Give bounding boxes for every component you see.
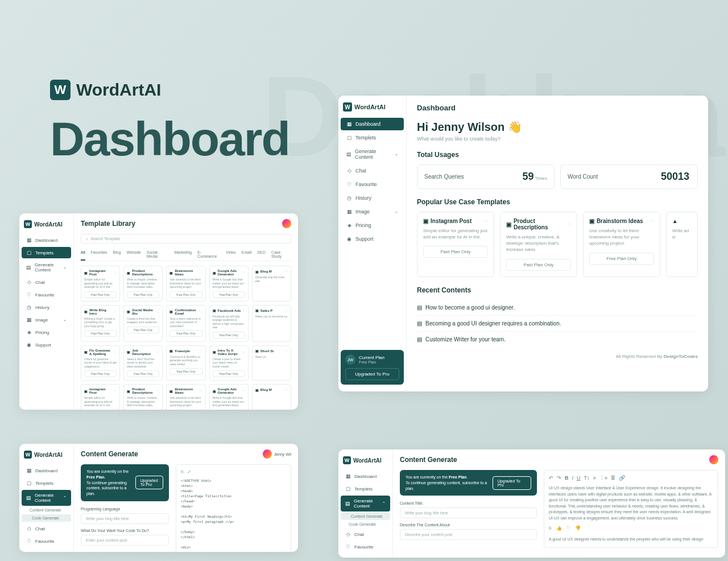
sidebar-item-image[interactable]: ▦Image⌄ (341, 205, 404, 218)
code-desc-input[interactable]: Enter your content post (81, 535, 169, 546)
sidebar-item-history[interactable]: ◷History (22, 302, 71, 313)
recent-item[interactable]: ▤Customize Writer for your team. (417, 332, 698, 347)
copy-icon[interactable]: ⎘ (181, 469, 184, 475)
sidebar-item-templets[interactable]: ▢Templets (22, 247, 71, 258)
favourite-icon[interactable]: ♡ (113, 270, 117, 275)
sidebar-item-pricing[interactable]: ◈Pricing (22, 327, 71, 338)
favourite-icon[interactable]: ♡ (284, 308, 288, 313)
template-card[interactable]: ▣Write Blog Intro♡Writing a blog? Create… (81, 305, 120, 342)
sidebar-item-chat[interactable]: ◇Chat (341, 164, 404, 177)
avatar[interactable] (282, 219, 291, 228)
tab-marketing[interactable]: Marketing (174, 248, 192, 261)
sidebar-item-dashboard[interactable]: ▦Dashboard (22, 465, 71, 476)
favourite-icon[interactable]: ♡ (199, 310, 202, 314)
favourite-icon[interactable]: ♡ (242, 270, 245, 275)
sidebar-item-image[interactable]: ▦Image⌄ (22, 314, 71, 325)
template-card[interactable]: ▣Product Descriptions♡Write a unique, cr… (123, 266, 163, 302)
recent-item[interactable]: ▤How to become a good ui designer. (417, 300, 698, 316)
tab-social-media[interactable]: Social Media (147, 248, 169, 261)
link-icon[interactable]: 🔗 (619, 475, 625, 481)
tab-all[interactable]: All (81, 248, 85, 261)
title-input[interactable]: Write your blog title here (400, 508, 537, 518)
template-card[interactable]: ▣Sales P♡Helps you to introduce yo (252, 305, 291, 342)
undo-icon[interactable]: ↶ (549, 475, 553, 481)
template-card[interactable]: ▣Google Ads Generator♡Write a Google Ads… (209, 384, 249, 410)
tab-video[interactable]: Video (226, 248, 236, 261)
favourite-icon[interactable]: ♡ (113, 350, 117, 354)
favourite-icon[interactable]: ♡ (284, 387, 288, 392)
sidebar-item-support[interactable]: ◉Support (22, 339, 71, 350)
sidebar-item-chat[interactable]: ◇Chat (22, 277, 71, 288)
favourite-icon[interactable]: ♡ (242, 350, 245, 354)
template-card[interactable]: ▣Brainstorm Ideas♡Use creativity to let … (166, 266, 205, 302)
upgrade-button[interactable]: Upgraded To Pro (493, 476, 531, 490)
sidebar-sub-code[interactable]: Code Generate (338, 521, 392, 528)
sidebar-item-templets[interactable]: ▢Templets (22, 477, 71, 489)
favourite-icon[interactable]: ♡ (156, 270, 159, 275)
describe-input[interactable]: Describe your content post (400, 529, 537, 540)
avatar[interactable] (263, 449, 272, 459)
numlist-icon[interactable]: ⋮≡ (599, 475, 607, 481)
list-icon[interactable]: ≡ (593, 475, 595, 481)
sidebar-item-pricing[interactable]: ◈Pricing (341, 219, 404, 232)
sidebar-item-chat[interactable]: ◇Chat (341, 529, 390, 540)
sidebar-item-history[interactable]: ◷History (341, 554, 390, 558)
text-icon[interactable]: T↕ (584, 475, 589, 481)
sidebar-sub-content[interactable]: Content Generate (341, 513, 390, 520)
favourite-icon[interactable]: ♡ (156, 389, 159, 393)
tab-case-study[interactable]: Case Study (271, 248, 291, 261)
sidebar-item-generate[interactable]: ▤Generate Content⌄ (22, 259, 71, 275)
usecase-card[interactable]: ▣Brainstorm Ideas♡Use creativity to let … (583, 212, 660, 277)
sidebar-item-generate[interactable]: ▤Generate Content⌄ (341, 145, 404, 163)
template-card[interactable]: ▣Blog M♡Generate eng the most effe (252, 266, 291, 302)
underline-icon[interactable]: U (577, 475, 581, 481)
sidebar-item-generate[interactable]: ▤Generate Content⌃ (341, 496, 390, 512)
sidebar-item-favourite[interactable]: ♡Favourite (22, 289, 71, 300)
language-input[interactable]: Write your blog title here (81, 513, 169, 524)
template-card[interactable]: ▣Intro To A Video Script♡Create a post t… (209, 345, 249, 381)
favourite-icon[interactable]: ♡ (199, 349, 202, 353)
favourite-icon[interactable]: ♡ (485, 219, 488, 224)
heart-icon[interactable]: ♡ (566, 526, 570, 531)
favourite-icon[interactable]: ♡ (113, 310, 117, 314)
sidebar-item-favourite[interactable]: ♡Favourite (341, 178, 404, 191)
sidebar-item-favourite[interactable]: ♡Favourite (22, 535, 71, 547)
tab-e-commerce[interactable]: E-Commerce (197, 248, 220, 261)
tab-seo[interactable]: SEO (257, 248, 266, 261)
template-card[interactable]: ▣Freestyle♡Command & flexibility to gene… (166, 345, 205, 381)
align-icon[interactable]: ≣ (611, 475, 615, 481)
recent-item[interactable]: ▤Becoming a good UI designer requires a … (417, 316, 698, 332)
upgrade-button[interactable]: Upgraded To Pro (135, 476, 163, 489)
favourite-icon[interactable]: ♡ (156, 350, 159, 354)
usecase-card-partial[interactable]: ▲Write ad si (666, 212, 698, 277)
favourite-icon[interactable]: ♡ (568, 222, 571, 226)
favourite-icon[interactable]: ♡ (113, 389, 117, 393)
thumbs-down-icon[interactable]: 👎 (575, 526, 581, 531)
sidebar-item-templets[interactable]: ▢Templets (341, 483, 390, 494)
template-card[interactable]: ▣Social Media Bio♡Create a short bio tha… (123, 305, 163, 342)
template-card[interactable]: ▣Job Description♡Need a hire? Find the w… (123, 345, 163, 381)
template-card[interactable]: ▣Instagram Post♡Simple editor for genera… (81, 384, 120, 410)
template-card[interactable]: ▣Instagram Post♡Simple editor for genera… (81, 266, 120, 302)
sidebar-item-dashboard[interactable]: ▦Dashboard (341, 118, 404, 130)
usecase-card[interactable]: ▣Product Descriptions♡Write a unique, cr… (500, 212, 577, 277)
sidebar-item-history[interactable]: ◷History (341, 192, 404, 204)
sidebar-item-dashboard[interactable]: ▦Dashboard (341, 471, 390, 482)
bold-icon[interactable]: B (565, 475, 569, 481)
tab-email[interactable]: Email (242, 248, 252, 261)
tab-blog[interactable]: Blog (113, 248, 121, 261)
template-card[interactable]: ▣Short St♡Need yo (252, 345, 291, 381)
sidebar-sub-content[interactable]: Content Generate (19, 506, 73, 514)
favourite-icon[interactable]: ♡ (242, 308, 245, 313)
sidebar-item-generate[interactable]: ▤Generate Content⌃ (22, 490, 71, 506)
template-card[interactable]: ▣Confirmation Email♡Give a warm welcome … (166, 305, 205, 342)
usecase-card[interactable]: ▣Instagram Post♡Simple editor for genera… (417, 212, 494, 277)
template-card[interactable]: ▣Fix Grammar & Spelling♡Check for gramma… (81, 345, 120, 381)
sidebar-item-templets[interactable]: ▢Templets (341, 131, 404, 144)
upgrade-button[interactable]: Upgraded To Pro (345, 368, 399, 380)
favourite-icon[interactable]: ♡ (199, 270, 202, 275)
expand-icon[interactable]: ⤢ (187, 469, 191, 475)
favourite-icon[interactable]: ♡ (284, 269, 288, 274)
sidebar-item-favourite[interactable]: ♡Favourite (341, 541, 390, 552)
template-card[interactable]: ▣Blog M♡ (252, 384, 291, 410)
